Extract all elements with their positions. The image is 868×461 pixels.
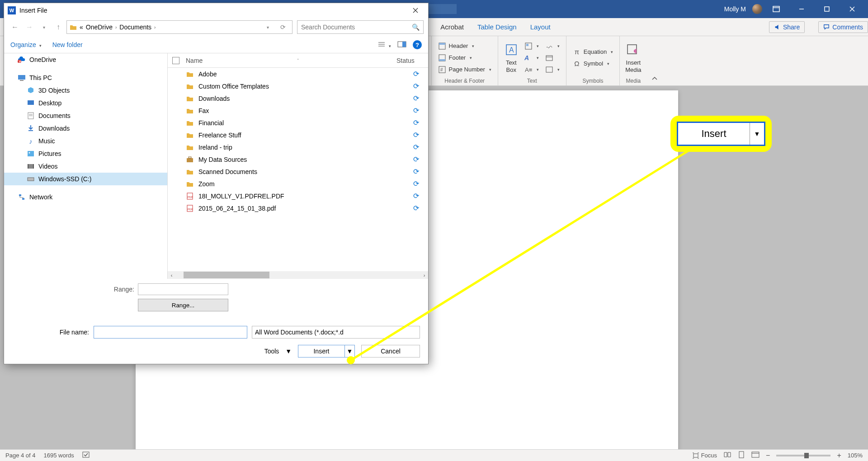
dialog-close-button[interactable] xyxy=(406,4,425,17)
range-input[interactable] xyxy=(138,283,228,295)
breadcrumb-onedrive[interactable]: OneDrive xyxy=(86,24,113,31)
sidebar-videos[interactable]: Videos xyxy=(4,160,167,173)
date-time-button[interactable] xyxy=(544,53,561,63)
file-row[interactable]: PDF18I_MOLLY_V1.PDFREL.PDF⟳ xyxy=(168,190,428,202)
file-row[interactable]: PDF2015_06_24_15_01_38.pdf⟳ xyxy=(168,202,428,214)
breadcrumb-documents[interactable]: Documents xyxy=(119,24,151,31)
horizontal-scrollbar[interactable]: ‹ › xyxy=(168,271,428,279)
read-mode-button[interactable] xyxy=(723,452,731,459)
scroll-left-button[interactable]: ‹ xyxy=(168,271,175,279)
zoom-out-button[interactable]: − xyxy=(766,452,770,460)
addr-dropdown[interactable]: ▾ xyxy=(261,21,274,33)
file-type-select[interactable]: All Word Documents (*.docx;*.d xyxy=(252,326,420,339)
file-row[interactable]: Ireland - trip⟳ xyxy=(168,141,428,153)
close-button[interactable] xyxy=(841,0,863,18)
file-row[interactable]: Zoom⟳ xyxy=(168,178,428,190)
sidebar-music[interactable]: ♪Music xyxy=(4,135,167,147)
drive-icon xyxy=(27,175,35,183)
word-count[interactable]: 1695 words xyxy=(44,452,74,459)
web-layout-button[interactable] xyxy=(751,452,760,459)
page-number-button[interactable]: #Page Number▾ xyxy=(437,65,492,75)
range-button[interactable]: Range... xyxy=(138,299,228,311)
file-row[interactable]: Custom Office Templates⟳ xyxy=(168,80,428,92)
page-indicator[interactable]: Page 4 of 4 xyxy=(5,452,36,459)
signature-line-button[interactable]: ▾ xyxy=(544,41,561,51)
tab-table-design[interactable]: Table Design xyxy=(477,23,517,31)
sidebar-this-pc[interactable]: This PC xyxy=(4,71,167,84)
share-button[interactable]: Share xyxy=(769,21,805,33)
svg-text:A≡: A≡ xyxy=(525,66,532,73)
svg-rect-11 xyxy=(439,43,445,45)
ribbon-display-options-button[interactable] xyxy=(765,0,788,18)
sidebar-pictures[interactable]: Pictures xyxy=(4,147,167,160)
focus-mode-button[interactable]: Focus xyxy=(692,452,717,459)
text-box-button[interactable]: A Text Box xyxy=(504,42,519,73)
sidebar-desktop[interactable]: Desktop xyxy=(4,97,167,109)
header-button[interactable]: Header▾ xyxy=(437,41,492,51)
organize-button[interactable]: Organize ▾ xyxy=(10,41,42,48)
select-all-checkbox[interactable] xyxy=(172,57,179,64)
help-button[interactable]: ? xyxy=(413,40,422,49)
share-label: Share xyxy=(783,24,800,31)
sidebar-onedrive[interactable]: ✕OneDrive xyxy=(4,53,167,66)
file-row[interactable]: Financial⟳ xyxy=(168,117,428,129)
zoom-slider[interactable] xyxy=(776,455,830,456)
insert-button[interactable]: Insert ▼ xyxy=(298,345,355,358)
file-row[interactable]: Adobe⟳ xyxy=(168,68,428,80)
file-row[interactable]: Fax⟳ xyxy=(168,104,428,117)
zoom-in-button[interactable]: + xyxy=(837,452,841,460)
zoom-level[interactable]: 105% xyxy=(848,452,863,459)
file-row[interactable]: Downloads⟳ xyxy=(168,92,428,104)
name-column[interactable]: Name xyxy=(186,57,203,64)
proofing-button[interactable] xyxy=(82,451,90,460)
quick-parts-button[interactable]: ▾ xyxy=(524,41,540,51)
preview-pane-button[interactable] xyxy=(397,41,406,49)
search-icon[interactable]: 🔍 xyxy=(412,24,420,31)
tab-acrobat[interactable]: Acrobat xyxy=(440,23,464,31)
file-list-header: Name˄ Status xyxy=(168,53,428,68)
nav-up-button[interactable]: ↑ xyxy=(52,21,65,33)
sidebar-windows-ssd[interactable]: Windows-SSD (C:) xyxy=(4,173,167,185)
sidebar-documents[interactable]: Documents xyxy=(4,109,167,122)
file-name-label: File name: xyxy=(12,329,89,336)
footer-button[interactable]: Footer▾ xyxy=(437,53,492,63)
maximize-button[interactable] xyxy=(816,0,838,18)
file-row[interactable]: My Data Sources⟳ xyxy=(168,153,428,165)
equation-button[interactable]: πEquation▾ xyxy=(572,47,614,57)
insert-dropdown-button[interactable]: ▼ xyxy=(344,345,354,357)
status-column[interactable]: Status xyxy=(396,57,424,64)
search-documents-input[interactable]: 🔍 xyxy=(297,20,424,34)
insert-media-button[interactable]: Insert Media xyxy=(625,42,641,73)
view-options-button[interactable]: ▾ xyxy=(377,41,391,49)
print-layout-button[interactable] xyxy=(738,451,745,460)
minimize-button[interactable] xyxy=(790,0,813,18)
videos-icon xyxy=(27,162,35,170)
file-row[interactable]: Scanned Documents⟳ xyxy=(168,165,428,178)
drop-cap-button[interactable]: A≡▾ xyxy=(524,65,540,75)
scroll-thumb[interactable] xyxy=(184,272,269,278)
file-row[interactable]: Freelance Stuff⟳ xyxy=(168,129,428,141)
nav-back-button[interactable]: ← xyxy=(9,21,21,33)
ribbon-collapse-button[interactable] xyxy=(647,74,662,85)
new-folder-button[interactable]: New folder xyxy=(52,41,83,48)
address-bar[interactable]: « OneDrive › Documents › ▾ ⟳ xyxy=(66,20,292,34)
search-input[interactable] xyxy=(301,24,412,31)
tools-button[interactable]: Tools ▼ xyxy=(264,348,292,355)
sidebar-3d-objects[interactable]: 3D Objects xyxy=(4,84,167,97)
scroll-right-button[interactable]: › xyxy=(420,271,428,279)
object-button[interactable]: ▾ xyxy=(544,65,561,75)
nav-recent-button[interactable]: ▾ xyxy=(38,21,50,33)
comments-button[interactable]: Comments xyxy=(818,21,868,33)
file-list[interactable]: Adobe⟳Custom Office Templates⟳Downloads⟳… xyxy=(168,68,428,271)
file-name-input[interactable] xyxy=(94,326,247,339)
user-avatar[interactable] xyxy=(752,4,762,14)
nav-forward-button[interactable]: → xyxy=(23,21,36,33)
zoom-thumb[interactable] xyxy=(804,453,809,458)
cancel-button[interactable]: Cancel xyxy=(361,345,420,358)
sidebar-downloads[interactable]: Downloads xyxy=(4,122,167,135)
sidebar-network[interactable]: Network xyxy=(4,191,167,203)
tab-layout[interactable]: Layout xyxy=(530,23,551,31)
refresh-button[interactable]: ⟳ xyxy=(277,21,289,33)
symbol-button[interactable]: ΩSymbol▾ xyxy=(572,59,614,69)
wordart-button[interactable]: A▾ xyxy=(524,53,540,63)
